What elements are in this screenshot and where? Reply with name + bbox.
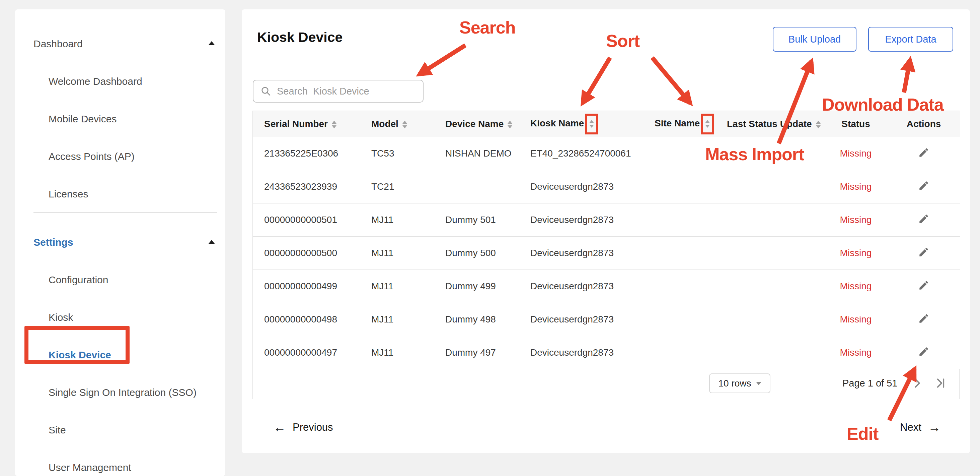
page-title: Kiosk Device [257, 29, 342, 45]
sort-icon[interactable] [402, 121, 407, 128]
cell-status: Missing [824, 336, 888, 369]
sidebar-item-welcome-dashboard[interactable]: Welcome Dashboard [49, 76, 142, 87]
cell-status: Missing [824, 270, 888, 303]
edit-button[interactable] [918, 313, 929, 325]
sort-icon[interactable] [705, 120, 710, 128]
collapse-settings-icon[interactable] [208, 240, 215, 244]
sort-icon[interactable] [589, 120, 594, 128]
sidebar-settings-label: Settings [33, 236, 73, 248]
pencil-icon [918, 180, 929, 192]
cell-serial: 24336523023939 [253, 170, 360, 203]
cell-status: Missing [824, 203, 888, 236]
pencil-icon [918, 313, 929, 324]
chevron-down-icon [756, 382, 761, 385]
sidebar-item-access-points[interactable]: Access Points (AP) [49, 151, 135, 162]
kiosk-device-page: Dashboard Welcome Dashboard Mobile Devic… [0, 0, 980, 476]
sidebar-item-mobile-devices[interactable]: Mobile Devices [49, 113, 116, 125]
col-header-site-name[interactable]: Site Name [643, 111, 716, 137]
status-badge: Missing [840, 214, 872, 225]
cell-model: MJ11 [360, 270, 434, 303]
table-row: 00000000000501 MJ11 Dummy 501 Deviceuser… [253, 203, 960, 236]
sidebar-item-licenses[interactable]: Licenses [49, 188, 88, 200]
cell-status: Missing [824, 170, 888, 203]
edit-button[interactable] [918, 213, 929, 225]
cell-serial: 00000000000501 [253, 203, 360, 236]
status-badge: Missing [840, 281, 872, 291]
sidebar-dashboard-label: Dashboard [33, 38, 83, 49]
rows-per-page-dropdown[interactable]: 10 rows [709, 374, 770, 393]
cell-kiosk-name: Deviceuserdgn2873 [519, 270, 643, 303]
status-badge: Missing [840, 148, 872, 158]
cell-device-name: Dummy 497 [434, 336, 519, 369]
sidebar-item-dashboard[interactable]: Dashboard [33, 38, 83, 50]
pencil-icon [918, 246, 929, 258]
cell-device-name: NISHAN DEMO [434, 137, 519, 170]
sort-icon[interactable] [816, 121, 821, 128]
cell-serial: 213365225E0306 [253, 137, 360, 170]
col-header-serial-number[interactable]: Serial Number [253, 111, 360, 137]
cell-device-name: Dummy 500 [434, 236, 519, 270]
cell-site-name [643, 303, 716, 336]
cell-serial: 00000000000500 [253, 236, 360, 270]
cell-site-name [643, 170, 716, 203]
cell-site-name [643, 270, 716, 303]
sidebar: Dashboard Welcome Dashboard Mobile Devic… [15, 10, 225, 476]
cell-actions [888, 303, 960, 336]
annotation-mass-import: Mass Import [705, 144, 804, 164]
table-row: 213365225E0306 TC53 NISHAN DEMO ET40_232… [253, 137, 960, 170]
cell-last-status-update [716, 203, 824, 236]
search-icon [261, 86, 271, 96]
col-header-actions: Actions [888, 111, 960, 137]
rows-per-page-value: 10 rows [718, 378, 751, 389]
sidebar-item-settings[interactable]: Settings [33, 236, 73, 248]
edit-button[interactable] [918, 147, 929, 159]
cell-actions [888, 203, 960, 236]
sort-icon[interactable] [332, 121, 336, 128]
arrow-right-icon: → [928, 421, 941, 434]
page-info: Page 1 of 51 [842, 367, 897, 399]
edit-button[interactable] [918, 180, 929, 192]
previous-label: Previous [293, 422, 333, 433]
col-header-model[interactable]: Model [360, 111, 434, 137]
edit-button[interactable] [918, 280, 929, 292]
cell-last-status-update [716, 270, 824, 303]
sidebar-item-configuration[interactable]: Configuration [49, 274, 108, 286]
edit-button[interactable] [918, 346, 929, 358]
cell-status: Missing [824, 236, 888, 270]
collapse-dashboard-icon[interactable] [208, 41, 215, 45]
annotation-sort: Sort [606, 31, 640, 51]
sort-icon[interactable] [508, 121, 512, 128]
cell-status: Missing [824, 303, 888, 336]
next-link[interactable]: Next → [900, 421, 941, 434]
kiosk-device-table: Serial Number Model Device Name Kiosk Na… [253, 110, 959, 399]
export-data-button[interactable]: Export Data [868, 27, 953, 52]
sidebar-item-user-management[interactable]: User Management [49, 462, 131, 473]
bulk-upload-button[interactable]: Bulk Upload [773, 27, 856, 52]
arrow-left-icon: ← [273, 421, 286, 434]
next-page-icon[interactable] [910, 377, 924, 391]
cell-model: TC53 [360, 137, 434, 170]
cell-last-status-update [716, 336, 824, 369]
cell-site-name [643, 336, 716, 369]
status-badge: Missing [840, 314, 872, 324]
pencil-icon [918, 280, 929, 291]
col-header-last-status-update[interactable]: Last Status Update [716, 111, 824, 137]
sidebar-item-kiosk[interactable]: Kiosk [49, 312, 73, 323]
kiosk-device-highlight-box [24, 326, 130, 364]
cell-kiosk-name: Deviceuserdgn2873 [519, 236, 643, 270]
last-page-icon[interactable] [934, 377, 947, 391]
col-header-kiosk-name[interactable]: Kiosk Name [519, 111, 643, 137]
sidebar-item-site[interactable]: Site [49, 424, 66, 436]
cell-site-name [643, 137, 716, 170]
edit-button[interactable] [918, 246, 929, 259]
search-input[interactable] [276, 85, 412, 97]
previous-link[interactable]: ← Previous [273, 421, 333, 434]
cell-actions [888, 336, 960, 369]
sidebar-item-sso[interactable]: Single Sign On Integration (SSO) [49, 387, 197, 398]
sort-highlight-box-site-name [701, 113, 714, 134]
pencil-icon [918, 147, 929, 158]
cell-kiosk-name: Deviceuserdgn2873 [519, 303, 643, 336]
annotation-edit: Edit [847, 424, 878, 444]
annotation-download-data: Download Data [822, 94, 943, 115]
col-header-device-name[interactable]: Device Name [434, 111, 519, 137]
